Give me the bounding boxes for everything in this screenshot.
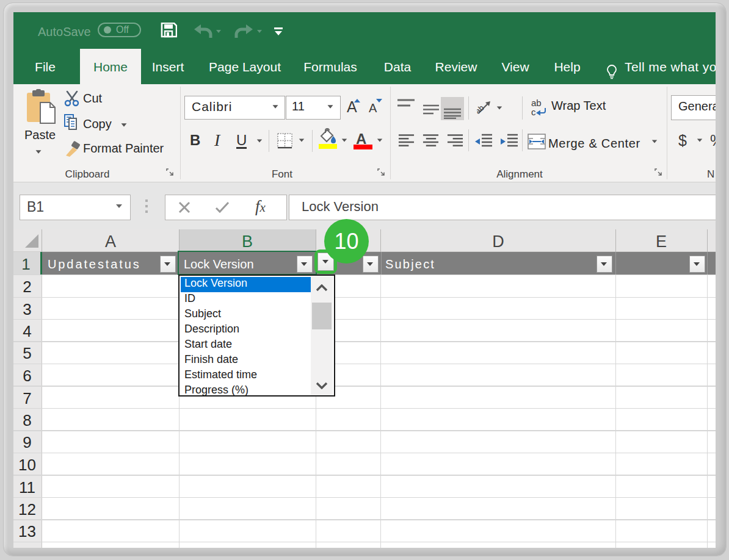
svg-text:c: c bbox=[531, 107, 536, 117]
svg-text:ab: ab bbox=[477, 103, 486, 115]
